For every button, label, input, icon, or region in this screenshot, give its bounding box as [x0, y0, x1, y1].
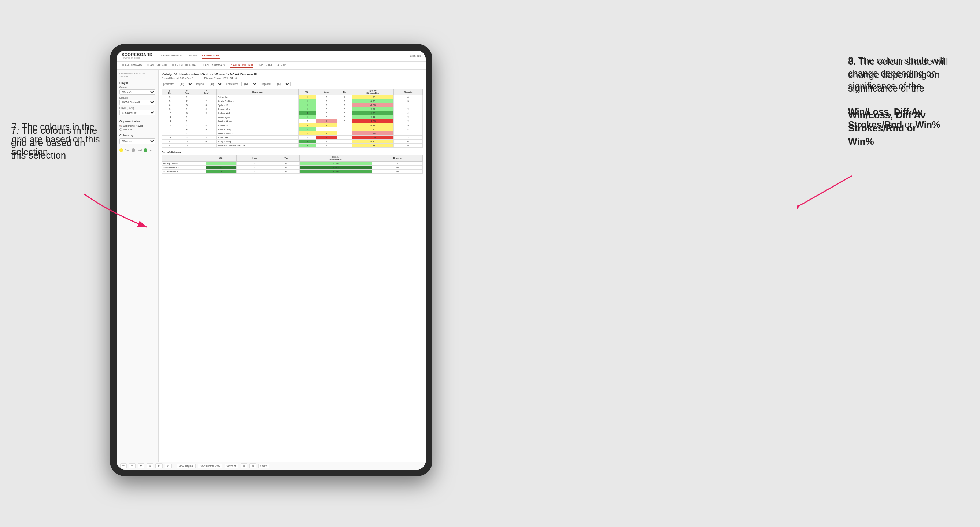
table-row: 1311 Heejo Hyun 100 3.333: [162, 115, 423, 119]
player-rank-select[interactable]: 8. Katelyn Vo: [119, 110, 155, 115]
sep1: [174, 464, 174, 468]
sign-out-link[interactable]: Sign out: [410, 54, 421, 58]
ood-row: NAIA Division 1 1500 9.26730: [162, 165, 423, 170]
col-header-div: #Div: [162, 89, 178, 95]
table-row: 1585 Stella Cheng 100 1.254: [162, 127, 423, 132]
opponent-view-title: Opponent view: [119, 120, 155, 123]
radio-dot-opponents: [119, 124, 122, 127]
table-row: 311 Esther Lee 101 1.504: [162, 95, 423, 99]
ood-col-win: Win: [206, 155, 237, 162]
colour-by-section: Colour by Win/loss: [119, 134, 155, 145]
table-row: 20116 Emily Chang 410 0.3011: [162, 140, 423, 144]
gender-select[interactable]: Women's: [119, 89, 155, 95]
player-section-title: Player: [119, 81, 155, 84]
grid-btn[interactable]: ⊟: [250, 463, 256, 468]
right-content: Katelyn Vo Head-to-Head Grid for Women's…: [159, 70, 426, 462]
col-header-diff: Diff AvStrokes/Rnd: [352, 89, 394, 95]
nav-committee[interactable]: COMMITTEE: [202, 53, 220, 59]
annotation-left-text: 7. The colours in the grid are based on …: [12, 121, 103, 158]
col-header-rounds: Rounds: [394, 89, 423, 95]
col-header-opponent: Opponent: [216, 89, 298, 95]
view-original-btn[interactable]: View: Original: [177, 464, 196, 468]
pipe-separator: |: [407, 55, 408, 57]
arrow-left-svg: [81, 190, 154, 234]
radio-top100[interactable]: Top 100: [119, 128, 155, 131]
overall-record: Overall Record: 353 - 34 - 6: [162, 77, 193, 79]
app-header: SCOREBOARD Powered by clippd TOURNAMENTS…: [116, 51, 426, 62]
nav-tournaments[interactable]: TOURNAMENTS: [159, 53, 182, 59]
out-of-division-header: Out of division: [162, 151, 423, 154]
sub-nav: TEAM SUMMARY TEAM H2H GRID TEAM H2H HEAT…: [116, 62, 426, 70]
subnav-player-h2h-heatmap[interactable]: PLAYER H2H HEATMAP: [257, 63, 286, 68]
subnav-team-summary[interactable]: TEAM SUMMARY: [122, 63, 143, 68]
table-row: 20117 Federica Domenq Lacroze 210 1.336: [162, 144, 423, 148]
content-area: Last Updated: 27/03/2024 16:55:38 Player…: [116, 70, 426, 470]
header-right: | Sign out: [407, 54, 421, 58]
annotation-right-text: 8. The colour shade will change dependin…: [848, 54, 969, 131]
table-row: 522 Alexis Sudjianto 100 4.003: [162, 99, 423, 103]
colour-by-select[interactable]: Win/loss: [119, 138, 155, 144]
division-record: Division Record: 331 - 34 - 6: [204, 77, 237, 79]
player-rank-label: Player (Rank): [119, 106, 155, 109]
table-row: 1822 Euna Lee 010 -5.002: [162, 135, 423, 140]
division-label: Division: [119, 96, 155, 99]
save-custom-btn[interactable]: Save Custom View: [198, 464, 223, 468]
subnav-player-summary[interactable]: PLAYER SUMMARY: [202, 63, 226, 68]
opponent-filter[interactable]: (All): [274, 82, 291, 86]
bottom-toolbar: ↩ ↪ ↩ ⊡ ⊕· ⏱ View: Original Save Custom …: [116, 462, 426, 470]
redo2-btn[interactable]: ↩: [138, 463, 144, 468]
subnav-team-h2h-heatmap[interactable]: TEAM H2H HEATMAP: [172, 63, 197, 68]
undo-btn[interactable]: ↩: [120, 463, 127, 468]
col-header-reg: #Reg: [178, 89, 196, 95]
ood-row: Foreign Team 100 4.5002: [162, 162, 423, 165]
arrow-right-svg: [797, 172, 856, 209]
conference-filter[interactable]: (All): [242, 82, 258, 86]
left-sidebar: Last Updated: 27/03/2024 16:55:38 Player…: [116, 70, 159, 462]
colour-legend: Down Level Up: [119, 148, 155, 152]
clock-btn[interactable]: ⏱: [165, 464, 172, 468]
table-row: 1311 Jessica Huang 010 -3.002: [162, 119, 423, 124]
radio-dot-top100: [119, 128, 122, 131]
nav-teams[interactable]: TEAMS: [187, 53, 197, 59]
legend-level-circle: [132, 148, 135, 152]
grid-title: Katelyn Vo Head-to-Head Grid for Women's…: [162, 73, 423, 76]
table-row: 1474 Eunice Yi 220 0.389: [162, 124, 423, 127]
last-updated: Last Updated: 27/03/2024 16:55:38: [119, 73, 155, 78]
legend-down-circle: [119, 148, 123, 152]
misc-btn[interactable]: ⊕·: [155, 463, 163, 468]
table-row: 1671 Jessica Mason 120 -0.94: [162, 132, 423, 135]
filter-row: Opponents: (All) Region (All) Conference…: [162, 82, 423, 86]
colour-by-title: Colour by: [119, 134, 155, 137]
legend-up-circle: [143, 148, 147, 152]
col-header-tie: Tie: [337, 89, 352, 95]
ood-col-opponent: [162, 155, 206, 162]
ood-col-loss: Loss: [237, 155, 273, 162]
redo-btn[interactable]: ↪: [129, 463, 135, 468]
ood-row: NCAA Division 2 500 7.40010: [162, 170, 423, 174]
col-header-loss: Loss: [316, 89, 337, 95]
out-of-division-table: Win Loss Tie Diff AvStrokes/Rnd Rounds F…: [162, 155, 423, 174]
opponents-filter[interactable]: (All): [177, 82, 193, 86]
ood-col-rounds: Rounds: [372, 155, 423, 162]
division-select[interactable]: NCAA Division III: [119, 100, 155, 105]
tablet-frame: SCOREBOARD Powered by clippd TOURNAMENTS…: [110, 44, 432, 476]
ood-col-diff: Diff AvStrokes/Rnd: [299, 155, 372, 162]
radio-opponents-played[interactable]: Opponents Played: [119, 124, 155, 127]
col-header-win: Win: [299, 89, 316, 95]
watch-btn[interactable]: Watch ▼: [224, 464, 239, 468]
annotation-win-pct: Win%: [848, 136, 874, 147]
subnav-player-h2h-grid[interactable]: PLAYER H2H GRID: [230, 63, 253, 68]
legend-up-label: Up: [149, 149, 152, 151]
region-filter[interactable]: (All): [207, 82, 223, 86]
share-btn[interactable]: Share: [258, 464, 269, 468]
table-row: 914 Sharon Mun 100 3.673: [162, 107, 423, 111]
table-row: 1063 Andrea York 200 4.004: [162, 111, 423, 115]
logo-area: SCOREBOARD Powered by clippd: [122, 53, 153, 59]
legend-level-label: Level: [137, 149, 142, 151]
subnav-team-h2h-grid[interactable]: TEAM H2H GRID: [147, 63, 167, 68]
crop-btn[interactable]: ⊡: [146, 463, 153, 468]
logo-sub: Powered by clippd: [122, 57, 153, 59]
layout-btn[interactable]: ⊞: [241, 463, 247, 468]
table-row: 633 Sydney Kuo 100 -1.00: [162, 103, 423, 107]
record-row: Overall Record: 353 - 34 - 6 Division Re…: [162, 77, 423, 79]
